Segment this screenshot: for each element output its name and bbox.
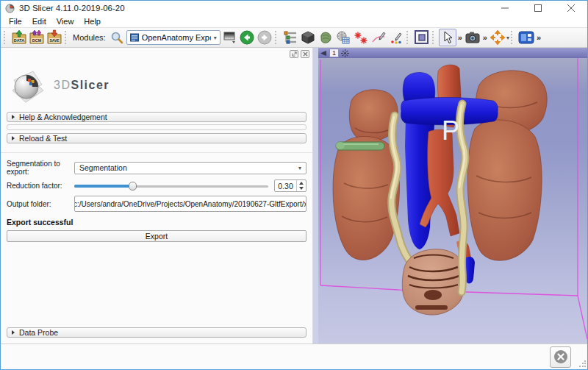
- mesh-table-icon: [336, 30, 351, 45]
- spin-down-button[interactable]: [297, 186, 306, 192]
- main-toolbar: DATA DCM SAVE Modules:: [1, 28, 587, 48]
- collapse-arrow-icon: [12, 115, 15, 119]
- subject-hierarchy-button[interactable]: [282, 29, 299, 46]
- spin-up-button[interactable]: [297, 180, 306, 186]
- view-label: 1: [329, 49, 339, 57]
- section-label: Help & Acknowledgement: [19, 113, 107, 121]
- annotation-color-button[interactable]: [387, 29, 405, 46]
- module-selector-value: OpenAnatomy Export: [142, 33, 211, 42]
- menu-view[interactable]: View: [51, 16, 79, 26]
- markups-button[interactable]: [352, 29, 370, 46]
- menu-edit[interactable]: Edit: [27, 16, 51, 26]
- history-back-button[interactable]: [238, 29, 256, 46]
- toolbar-drag-handle[interactable]: [511, 31, 514, 44]
- save-icon: SAVE: [46, 29, 62, 46]
- error-log-button[interactable]: [550, 346, 571, 368]
- segmentation-value: Segmentation: [79, 163, 298, 172]
- annotation-line-icon: [371, 30, 386, 45]
- status-bar: [1, 344, 587, 369]
- close-panel-button[interactable]: [301, 50, 309, 58]
- anatomy-3d-render: [318, 58, 587, 344]
- save-button[interactable]: SAVE: [46, 29, 63, 46]
- capture-view-icon: [465, 31, 480, 44]
- chevron-down-icon: ▾: [298, 165, 301, 171]
- reduction-factor-spinbox[interactable]: 0.30: [274, 179, 306, 192]
- close-button[interactable]: [554, 1, 587, 15]
- svg-text:DATA: DATA: [14, 38, 24, 43]
- export-button[interactable]: Export: [7, 230, 306, 242]
- window-title: 3D Slicer 4.11.0-2019-06-20: [19, 4, 125, 13]
- resize-grip[interactable]: [578, 360, 586, 368]
- section-help-acknowledgement[interactable]: Help & Acknowledgement: [7, 112, 306, 122]
- output-folder-button[interactable]: c:/Users/andra/OneDrive/Projects/OpenAna…: [74, 196, 306, 212]
- toolbar-drag-handle[interactable]: [275, 31, 279, 44]
- view-3d-header-bar: 1: [318, 48, 587, 58]
- screenshot-icon: [414, 29, 430, 46]
- pin-icon[interactable]: [320, 50, 327, 57]
- minimize-button[interactable]: [488, 1, 521, 15]
- models-button[interactable]: [317, 29, 334, 46]
- capture-view-button[interactable]: [464, 29, 481, 46]
- screenshot-button[interactable]: [413, 29, 431, 46]
- extensions-icon: [518, 30, 534, 45]
- toolbar-extension-button[interactable]: »: [458, 33, 462, 42]
- reduction-factor-slider[interactable]: [74, 180, 268, 192]
- section-label: Data Probe: [19, 328, 58, 337]
- forward-icon: [257, 30, 272, 45]
- subject-hierarchy-icon: [283, 30, 298, 45]
- volumes-icon: [301, 30, 315, 45]
- view-3d: 1: [318, 48, 587, 344]
- module-search-button[interactable]: [109, 29, 125, 46]
- toolbar-extension-button[interactable]: »: [483, 33, 487, 42]
- load-data-button[interactable]: DATA: [10, 29, 28, 46]
- toolbar-drag-handle[interactable]: [406, 31, 410, 44]
- right-ureter: [459, 104, 465, 292]
- center-view-icon[interactable]: [341, 49, 349, 57]
- module-history-button[interactable]: [222, 29, 238, 46]
- section-reload-test[interactable]: Reload & Test: [7, 133, 306, 143]
- output-folder-label: Output folder:: [7, 200, 74, 208]
- output-folder-path: c:/Users/andra/OneDrive/Projects/OpenAna…: [74, 200, 306, 208]
- view-3d-canvas[interactable]: P: [318, 58, 587, 344]
- app-window: 3D Slicer 4.11.0-2019-06-20 File Edit Vi…: [0, 0, 588, 370]
- load-dicom-icon: DCM: [29, 29, 45, 46]
- mesh-table-button[interactable]: [334, 29, 352, 46]
- annotation-line-button[interactable]: [370, 29, 387, 46]
- history-forward-button[interactable]: [256, 29, 273, 46]
- slicer-logo: 3DSlicer: [8, 65, 312, 106]
- volumes-button[interactable]: [299, 29, 317, 46]
- module-history-icon: [223, 32, 237, 43]
- module-search-icon: [110, 31, 123, 44]
- crosshair-button[interactable]: [489, 29, 506, 46]
- models-icon: [318, 30, 333, 45]
- separator: [1, 152, 312, 153]
- segmentation-label: Segmentation to export:: [7, 160, 74, 176]
- load-dicom-button[interactable]: DCM: [28, 29, 46, 46]
- maximize-button[interactable]: [521, 1, 554, 15]
- crosshair-icon: [490, 30, 505, 45]
- toolbar-drag-handle[interactable]: [4, 31, 7, 44]
- chevron-down-icon[interactable]: ▾: [506, 35, 509, 41]
- segmentation-combobox[interactable]: Segmentation ▾: [74, 162, 306, 174]
- mouse-mode-button[interactable]: [439, 29, 456, 46]
- chevron-down-icon: ▾: [214, 35, 217, 41]
- toolbar-drag-handle[interactable]: [65, 31, 68, 44]
- module-selector[interactable]: OpenAnatomy Export ▾: [126, 30, 220, 45]
- undock-panel-button[interactable]: [290, 50, 298, 58]
- annotation-color-icon: [389, 30, 404, 45]
- toolbar-drag-handle[interactable]: [432, 31, 436, 44]
- section-data-probe[interactable]: Data Probe: [7, 327, 306, 338]
- extensions-button[interactable]: [517, 29, 535, 46]
- slicer-logo-text: 3DSlicer: [54, 79, 110, 92]
- panel-splitter[interactable]: [313, 48, 318, 344]
- slider-handle[interactable]: [129, 182, 137, 191]
- menu-file[interactable]: File: [4, 16, 27, 26]
- svg-text:DCM: DCM: [32, 38, 42, 43]
- toolbar-extension-button[interactable]: »: [537, 33, 541, 42]
- titlebar: 3D Slicer 4.11.0-2019-06-20: [1, 1, 587, 15]
- green-marker: [336, 142, 384, 150]
- load-data-icon: DATA: [11, 29, 27, 46]
- export-status-message: Export successful: [7, 218, 306, 227]
- menu-help[interactable]: Help: [79, 16, 106, 26]
- module-panel: 3DSlicer Help & Acknowledgement Reload &…: [1, 48, 313, 344]
